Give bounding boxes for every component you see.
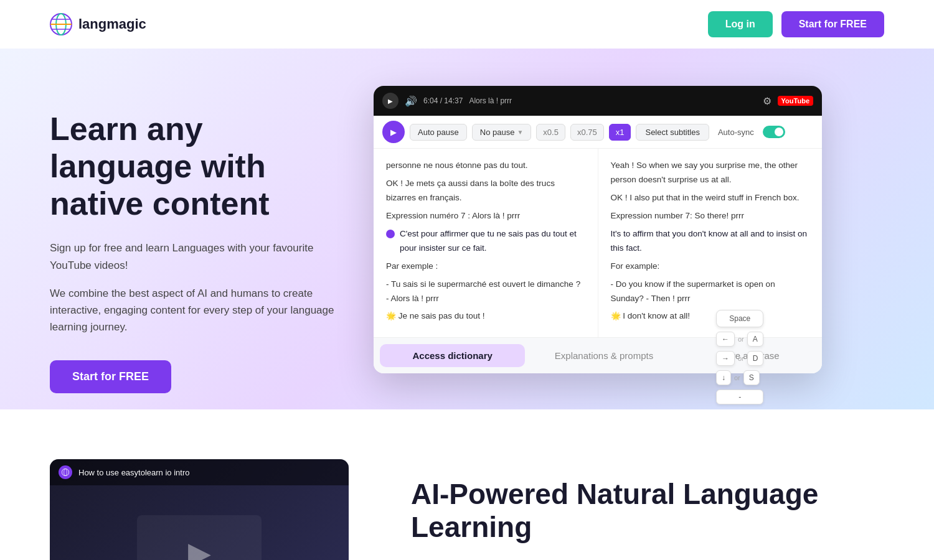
svg-point-6 — [64, 469, 67, 475]
tab-access-dictionary[interactable]: Access dictionary — [380, 344, 525, 367]
subtitle-col-en: Yeah ! So when we say you surprise me, t… — [598, 149, 823, 337]
or-label-2: or — [738, 355, 744, 362]
space-key: Space — [716, 310, 763, 327]
sub-en-2: OK ! I also put that in the weird stuff … — [611, 191, 810, 205]
speed-1-button[interactable]: x1 — [609, 124, 631, 141]
second-body: With our app you will be able to acquire… — [411, 556, 884, 560]
sub-fr-6: - Tu sais si le supermarché est ouvert l… — [386, 278, 585, 306]
speed-05-button[interactable]: x0.5 — [536, 124, 565, 141]
auto-pause-label: Auto pause — [418, 128, 459, 137]
logo: langmagic — [50, 13, 146, 35]
auto-pause-control[interactable]: Auto pause — [410, 124, 467, 141]
hero-subtitle: Sign up for free and learn Languages wit… — [50, 240, 349, 273]
arrow-down-key: ↓ — [716, 370, 731, 373]
key-row-2: → or D — [716, 351, 763, 366]
second-right: AI-Powered Natural Language Learning Wit… — [411, 459, 884, 560]
second-video-thumbnail[interactable]: ▶ How to use easytolearn io intro ▶ — [50, 459, 349, 560]
time-display: 6:04 / 14:37 — [423, 96, 463, 105]
hero-section: Learn any language with native content S… — [0, 49, 934, 409]
logo-icon — [50, 13, 72, 35]
key-row-3: ↓ or S — [716, 370, 763, 373]
hero-left: Learn any language with native content S… — [50, 73, 349, 393]
settings-icon[interactable]: ⚙ — [763, 95, 771, 107]
start-free-hero-button[interactable]: Start for FREE — [50, 360, 171, 393]
arrow-right-key: → — [716, 351, 735, 366]
video-play-icon[interactable]: ▶ — [382, 93, 399, 109]
d-key: D — [747, 351, 764, 366]
keyboard-shortcuts: Space ← or A → or D ↓ or S - — [716, 310, 763, 373]
hero-body: We combine the best aspect of AI and hum… — [50, 285, 349, 336]
start-free-header-button[interactable]: Start for FREE — [781, 11, 884, 37]
sub-fr-5: Par exemple : — [386, 259, 585, 274]
auto-sync-toggle[interactable] — [763, 126, 785, 138]
sub-fr-7: 🌟 Je ne sais pas du tout ! — [386, 309, 585, 324]
active-indicator — [386, 230, 395, 238]
overlay-logo — [59, 465, 72, 479]
a-key: A — [747, 332, 763, 347]
arrow-left-key: ← — [716, 332, 735, 347]
youtube-badge: YouTube — [778, 96, 813, 106]
header: langmagic Log in Start for FREE — [0, 0, 934, 49]
auto-sync-label: Auto-sync — [718, 128, 754, 137]
sub-en-5: For example: — [611, 259, 810, 274]
sub-en-4-active: It's to affirm that you don't know at al… — [611, 227, 810, 256]
header-actions: Log in Start for FREE — [708, 11, 884, 37]
svg-point-5 — [62, 469, 68, 475]
sub-fr-3: Expression numéro 7 : Alors là ! prrr — [386, 209, 585, 223]
second-video-title: How to use easytolearn io intro — [78, 468, 189, 477]
logo-text: langmagic — [78, 16, 146, 32]
hero-title: Learn any language with native content — [50, 111, 349, 222]
no-pause-label: No pause — [480, 128, 515, 137]
login-button[interactable]: Log in — [708, 11, 773, 37]
second-section: ▶ How to use easytolearn io intro ▶ AI-P… — [0, 409, 934, 560]
volume-icon[interactable]: 🔊 — [405, 95, 417, 107]
ctrl-play-button[interactable]: ▶ — [382, 121, 405, 143]
second-left: ▶ How to use easytolearn io intro ▶ — [50, 459, 361, 560]
sub-fr-2: OK ! Je mets ça aussi dans la boîte des … — [386, 177, 585, 205]
tab-explanations[interactable]: Explanations & prompts — [531, 344, 676, 367]
or-label-1: or — [738, 335, 744, 343]
hero-right: ▶ 🔊 6:04 / 14:37 Alors là ! prrr ⚙ YouTu… — [349, 73, 884, 373]
sub-fr-1: personne ne nous étonne pas du tout. — [386, 159, 585, 173]
no-pause-control[interactable]: No pause ▼ — [472, 124, 532, 141]
subtitle-content: personne ne nous étonne pas du tout. OK … — [374, 149, 822, 337]
sub-fr-4-active: C'est pour affirmer que tu ne sais pas d… — [386, 227, 585, 256]
sub-en-4-text: It's to affirm that you don't know at al… — [611, 227, 810, 256]
sub-en-7: 🌟 I don't know at all! — [611, 309, 810, 324]
key-row-1: ← or A — [716, 332, 763, 347]
subtitle-col-fr: personne ne nous étonne pas du tout. OK … — [374, 149, 598, 337]
sub-en-3: Expression number 7: So there! prrr — [611, 209, 810, 223]
app-screenshot: ▶ 🔊 6:04 / 14:37 Alors là ! prrr ⚙ YouTu… — [374, 86, 822, 373]
sub-fr-4-text: C'est pour affirmer que tu ne sais pas d… — [400, 227, 585, 256]
video-bar: ▶ 🔊 6:04 / 14:37 Alors là ! prrr ⚙ YouTu… — [374, 86, 822, 116]
sub-en-1: Yeah ! So when we say you surprise me, t… — [611, 159, 810, 187]
no-pause-chevron: ▼ — [517, 129, 523, 136]
transcript-preview: Alors là ! prrr — [469, 96, 512, 105]
sub-en-6: - Do you know if the supermarket is open… — [611, 278, 810, 306]
controls-bar: ▶ Auto pause No pause ▼ x0.5 x0.75 x1 Se… — [374, 116, 822, 149]
select-subtitles-button[interactable]: Select subtitles — [636, 124, 709, 141]
second-video-overlay: How to use easytolearn io intro — [50, 459, 349, 485]
second-title: AI-Powered Natural Language Learning — [411, 478, 884, 544]
speed-075-button[interactable]: x0.75 — [570, 124, 604, 141]
s-key: S — [743, 370, 760, 373]
